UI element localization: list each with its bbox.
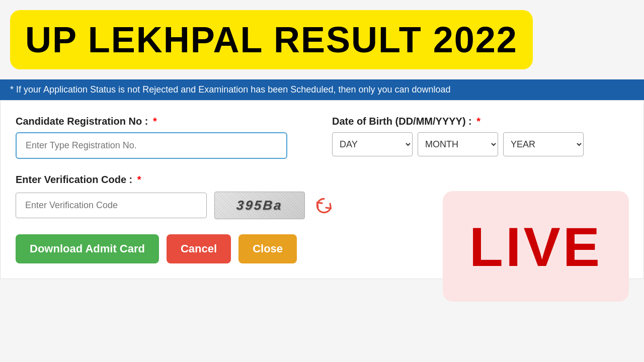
header-banner: UP LEKHPAL RESULT 2022 bbox=[10, 10, 533, 69]
day-select[interactable]: DAY bbox=[332, 132, 413, 156]
dob-group: Date of Birth (DD/MM/YYYY) : * DAY MONTH… bbox=[332, 116, 628, 156]
verification-label-row: Enter Verification Code : * bbox=[16, 174, 628, 186]
info-text: * If your Application Status is not Reje… bbox=[10, 84, 451, 95]
registration-label: Candidate Registration No : * bbox=[16, 116, 312, 127]
form-row-1: Candidate Registration No : * Date of Bi… bbox=[16, 116, 628, 159]
info-bar: * If your Application Status is not Reje… bbox=[0, 79, 644, 100]
month-select[interactable]: MONTH bbox=[418, 132, 498, 156]
live-text: LIVE bbox=[469, 215, 603, 279]
live-badge: LIVE bbox=[443, 191, 629, 302]
page-wrapper: UP LEKHPAL RESULT 2022 * If your Applica… bbox=[0, 0, 644, 362]
registration-group: Candidate Registration No : * bbox=[16, 116, 312, 159]
verification-input[interactable] bbox=[16, 193, 207, 218]
year-select[interactable]: YEAR bbox=[503, 132, 584, 156]
captcha-image: 395Ba bbox=[214, 192, 305, 219]
captcha-text: 395Ba bbox=[236, 198, 283, 213]
dob-required-marker: * bbox=[476, 116, 480, 127]
required-marker: * bbox=[153, 116, 157, 127]
cancel-button[interactable]: Cancel bbox=[167, 234, 231, 263]
verification-required-marker: * bbox=[137, 174, 141, 185]
registration-input[interactable] bbox=[16, 132, 287, 159]
download-button[interactable]: Download Admit Card bbox=[16, 234, 159, 263]
header-title: UP LEKHPAL RESULT 2022 bbox=[25, 20, 518, 60]
dob-label: Date of Birth (DD/MM/YYYY) : * bbox=[332, 116, 628, 127]
dob-selects: DAY MONTH YEAR bbox=[332, 132, 628, 156]
verification-label: Enter Verification Code : * bbox=[16, 174, 141, 185]
refresh-icon[interactable] bbox=[312, 194, 335, 217]
close-button[interactable]: Close bbox=[238, 234, 297, 263]
